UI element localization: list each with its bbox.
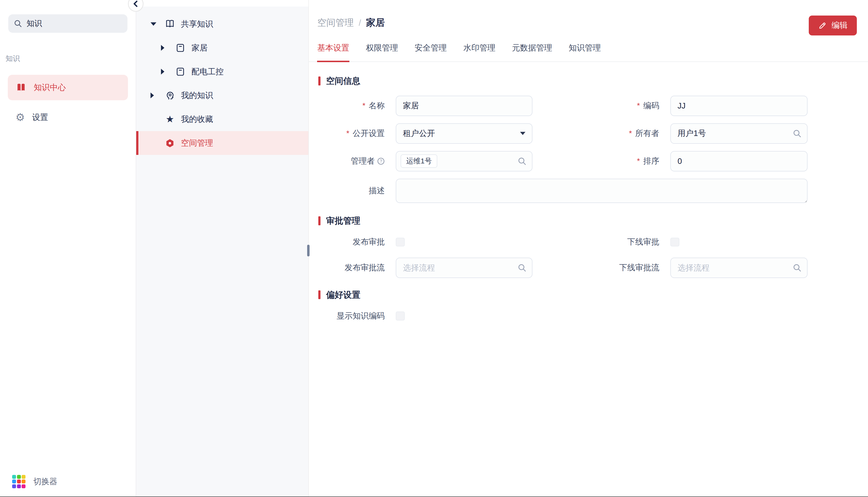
section-title: 空间信息 — [326, 75, 360, 87]
section-preference: 偏好设置 — [318, 289, 857, 301]
tab-permission-management[interactable]: 权限管理 — [366, 42, 398, 62]
edit-button[interactable]: 编辑 — [809, 16, 857, 36]
sidebar-item-label: 知识中心 — [34, 82, 66, 93]
tree-item-home[interactable]: 家居 — [136, 36, 308, 60]
main-content: 空间管理 / 家居 编辑 基本设置 权限管理 安全管理 水印管理 元数据管理 知… — [309, 0, 868, 497]
offline-approval-label: 下线审批 — [583, 237, 659, 247]
breadcrumb-parent[interactable]: 空间管理 — [317, 17, 354, 29]
gear-icon: ⚙ — [16, 112, 25, 123]
owner-picker[interactable]: 用户1号 — [670, 123, 808, 144]
sidebar-item-knowledge-center[interactable]: 知识中心 — [8, 75, 128, 100]
breadcrumb-current: 家居 — [366, 16, 385, 29]
section-space-info: 空间信息 — [318, 75, 857, 87]
publish-approval-label: 发布审批 — [318, 237, 385, 247]
caret-down-icon[interactable] — [151, 22, 156, 26]
search-icon[interactable] — [793, 264, 801, 272]
tab-watermark-management[interactable]: 水印管理 — [463, 42, 495, 62]
code-label: *编码 — [583, 100, 659, 111]
public-setting-value: 租户公开 — [403, 128, 435, 139]
section-accent-bar — [318, 290, 321, 299]
open-book-icon — [165, 18, 175, 30]
section-title: 偏好设置 — [326, 289, 360, 301]
caret-right-icon[interactable] — [161, 45, 165, 51]
switcher-grid-icon — [12, 475, 26, 488]
name-label: *名称 — [318, 100, 385, 111]
tree-item-label: 家居 — [191, 42, 208, 53]
owner-label: *所有者 — [583, 128, 659, 139]
caret-right-icon[interactable] — [151, 93, 154, 98]
tab-knowledge-management[interactable]: 知识管理 — [569, 42, 601, 62]
tab-basic-settings[interactable]: 基本设置 — [317, 42, 349, 62]
section-accent-bar — [318, 216, 321, 225]
tree-item-label: 共享知识 — [181, 19, 213, 30]
book-icon — [16, 82, 27, 93]
star-icon: ★ — [165, 115, 175, 124]
offline-flow-input[interactable] — [670, 258, 808, 278]
section-title: 审批管理 — [326, 215, 360, 227]
description-label: 描述 — [318, 185, 385, 196]
space-box-icon — [175, 42, 186, 53]
show-knowledge-code-label: 显示知识编码 — [318, 311, 385, 322]
publish-flow-input[interactable] — [396, 258, 532, 278]
publish-approval-checkbox[interactable] — [396, 238, 404, 246]
tab-bar: 基本设置 权限管理 安全管理 水印管理 元数据管理 知识管理 — [309, 42, 868, 62]
section-accent-bar — [318, 76, 321, 85]
tree-item-shared-knowledge[interactable]: 共享知识 — [136, 12, 308, 36]
sidebar-item-settings[interactable]: ⚙ 设置 — [8, 105, 128, 130]
offline-approval-checkbox[interactable] — [670, 238, 679, 246]
app-window: 知识 知识 知识中心 ⚙ 设置 切换器 — [0, 0, 868, 497]
head-knowledge-icon — [165, 90, 175, 101]
basic-settings-form: 空间信息 *名称 *编码 *公开设置 租户公开 — [309, 75, 868, 323]
sidebar: 知识 知识 知识中心 ⚙ 设置 切换器 — [0, 0, 136, 497]
manager-picker[interactable]: 运维1号 — [396, 151, 532, 171]
sort-label: *排序 — [583, 156, 659, 167]
tree-item-label: 空间管理 — [181, 138, 213, 148]
search-icon[interactable] — [518, 264, 526, 272]
switcher-label: 切换器 — [33, 476, 57, 487]
help-icon[interactable]: ? — [377, 157, 385, 165]
sidebar-section-label: 知识 — [5, 54, 136, 63]
section-approval: 审批管理 — [318, 215, 857, 227]
publish-flow-label: 发布审批流 — [318, 262, 385, 273]
search-icon[interactable] — [793, 129, 801, 138]
code-input[interactable] — [670, 96, 808, 116]
breadcrumb-separator: / — [359, 18, 361, 28]
manager-tag[interactable]: 运维1号 — [401, 154, 437, 168]
tree-item-space-management[interactable]: 空间管理 — [136, 131, 308, 155]
tree-item-label: 我的知识 — [181, 90, 213, 101]
offline-flow-label: 下线审批流 — [583, 262, 659, 273]
knowledge-tree: 共享知识 家居 配电工控 我的知识 — [136, 6, 308, 497]
public-setting-select[interactable]: 租户公开 — [396, 123, 532, 144]
description-textarea[interactable] — [396, 179, 808, 203]
tab-security-management[interactable]: 安全管理 — [415, 42, 447, 62]
tree-item-label: 我的收藏 — [181, 114, 213, 125]
tree-panel-column: 共享知识 家居 配电工控 我的知识 — [136, 0, 309, 497]
sort-input[interactable] — [670, 151, 808, 171]
search-icon — [14, 19, 22, 28]
hexagon-settings-icon — [165, 138, 175, 149]
tree-item-my-knowledge[interactable]: 我的知识 — [136, 84, 308, 107]
public-setting-label: *公开设置 — [318, 128, 385, 139]
space-box-icon — [175, 66, 186, 77]
svg-text:?: ? — [380, 159, 382, 164]
tree-item-my-favorites[interactable]: ★ 我的收藏 — [136, 107, 308, 131]
caret-right-icon[interactable] — [161, 69, 165, 74]
tree-item-label: 配电工控 — [191, 66, 224, 77]
sidebar-item-label: 设置 — [32, 112, 48, 123]
tree-item-power-control[interactable]: 配电工控 — [136, 60, 308, 84]
sidebar-search-input[interactable]: 知识 — [8, 14, 127, 32]
search-icon[interactable] — [518, 157, 526, 166]
owner-value: 用户1号 — [678, 128, 706, 139]
name-input[interactable] — [396, 96, 532, 116]
manager-label: 管理者? — [318, 156, 385, 167]
app-switcher-button[interactable]: 切换器 — [12, 475, 57, 488]
panel-resize-handle[interactable] — [307, 245, 309, 256]
search-value: 知识 — [27, 18, 42, 29]
breadcrumb: 空间管理 / 家居 — [309, 0, 868, 29]
select-caret-icon — [520, 132, 525, 135]
show-knowledge-code-checkbox[interactable] — [396, 312, 404, 320]
tab-metadata-management[interactable]: 元数据管理 — [512, 42, 552, 62]
chevron-left-icon — [132, 0, 139, 7]
pencil-icon — [818, 22, 826, 30]
edit-button-label: 编辑 — [831, 20, 848, 31]
